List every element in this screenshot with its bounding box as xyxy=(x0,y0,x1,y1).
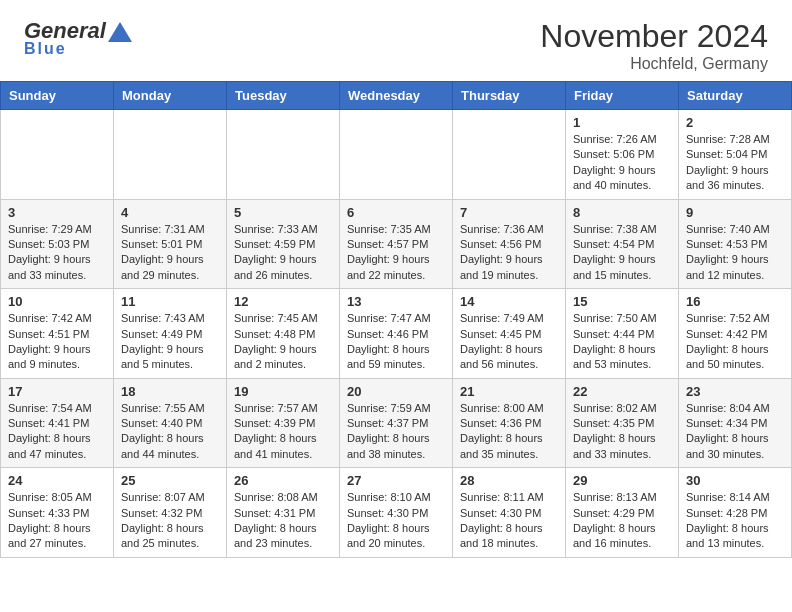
day-detail: Sunrise: 7:57 AM Sunset: 4:39 PM Dayligh… xyxy=(234,402,318,460)
day-detail: Sunrise: 8:13 AM Sunset: 4:29 PM Dayligh… xyxy=(573,491,657,549)
day-detail: Sunrise: 8:05 AM Sunset: 4:33 PM Dayligh… xyxy=(8,491,92,549)
calendar-day-cell xyxy=(453,110,566,200)
day-number: 30 xyxy=(686,473,784,488)
calendar-day-cell: 5Sunrise: 7:33 AM Sunset: 4:59 PM Daylig… xyxy=(227,199,340,289)
weekday-header-row: SundayMondayTuesdayWednesdayThursdayFrid… xyxy=(1,82,792,110)
calendar-week-row: 24Sunrise: 8:05 AM Sunset: 4:33 PM Dayli… xyxy=(1,468,792,558)
day-detail: Sunrise: 7:45 AM Sunset: 4:48 PM Dayligh… xyxy=(234,312,318,370)
day-detail: Sunrise: 8:11 AM Sunset: 4:30 PM Dayligh… xyxy=(460,491,544,549)
calendar-day-cell: 9Sunrise: 7:40 AM Sunset: 4:53 PM Daylig… xyxy=(679,199,792,289)
day-detail: Sunrise: 7:50 AM Sunset: 4:44 PM Dayligh… xyxy=(573,312,657,370)
day-detail: Sunrise: 7:28 AM Sunset: 5:04 PM Dayligh… xyxy=(686,133,770,191)
calendar-day-cell: 3Sunrise: 7:29 AM Sunset: 5:03 PM Daylig… xyxy=(1,199,114,289)
day-number: 22 xyxy=(573,384,671,399)
calendar-day-cell: 6Sunrise: 7:35 AM Sunset: 4:57 PM Daylig… xyxy=(340,199,453,289)
day-number: 8 xyxy=(573,205,671,220)
weekday-header-thursday: Thursday xyxy=(453,82,566,110)
day-number: 1 xyxy=(573,115,671,130)
day-detail: Sunrise: 7:36 AM Sunset: 4:56 PM Dayligh… xyxy=(460,223,544,281)
day-number: 18 xyxy=(121,384,219,399)
calendar-day-cell: 7Sunrise: 7:36 AM Sunset: 4:56 PM Daylig… xyxy=(453,199,566,289)
title-section: November 2024 Hochfeld, Germany xyxy=(540,18,768,73)
day-number: 6 xyxy=(347,205,445,220)
calendar-day-cell: 13Sunrise: 7:47 AM Sunset: 4:46 PM Dayli… xyxy=(340,289,453,379)
calendar-day-cell: 8Sunrise: 7:38 AM Sunset: 4:54 PM Daylig… xyxy=(566,199,679,289)
calendar-day-cell: 23Sunrise: 8:04 AM Sunset: 4:34 PM Dayli… xyxy=(679,378,792,468)
day-detail: Sunrise: 7:52 AM Sunset: 4:42 PM Dayligh… xyxy=(686,312,770,370)
calendar-day-cell: 15Sunrise: 7:50 AM Sunset: 4:44 PM Dayli… xyxy=(566,289,679,379)
logo-triangle-icon xyxy=(108,22,132,42)
day-detail: Sunrise: 7:47 AM Sunset: 4:46 PM Dayligh… xyxy=(347,312,431,370)
calendar-day-cell: 25Sunrise: 8:07 AM Sunset: 4:32 PM Dayli… xyxy=(114,468,227,558)
calendar-day-cell: 1Sunrise: 7:26 AM Sunset: 5:06 PM Daylig… xyxy=(566,110,679,200)
day-detail: Sunrise: 8:02 AM Sunset: 4:35 PM Dayligh… xyxy=(573,402,657,460)
day-number: 13 xyxy=(347,294,445,309)
day-detail: Sunrise: 7:43 AM Sunset: 4:49 PM Dayligh… xyxy=(121,312,205,370)
day-detail: Sunrise: 8:08 AM Sunset: 4:31 PM Dayligh… xyxy=(234,491,318,549)
day-detail: Sunrise: 8:04 AM Sunset: 4:34 PM Dayligh… xyxy=(686,402,770,460)
day-detail: Sunrise: 7:49 AM Sunset: 4:45 PM Dayligh… xyxy=(460,312,544,370)
calendar-week-row: 1Sunrise: 7:26 AM Sunset: 5:06 PM Daylig… xyxy=(1,110,792,200)
calendar-day-cell: 4Sunrise: 7:31 AM Sunset: 5:01 PM Daylig… xyxy=(114,199,227,289)
weekday-header-monday: Monday xyxy=(114,82,227,110)
day-detail: Sunrise: 7:59 AM Sunset: 4:37 PM Dayligh… xyxy=(347,402,431,460)
day-detail: Sunrise: 7:35 AM Sunset: 4:57 PM Dayligh… xyxy=(347,223,431,281)
day-number: 20 xyxy=(347,384,445,399)
calendar-day-cell: 14Sunrise: 7:49 AM Sunset: 4:45 PM Dayli… xyxy=(453,289,566,379)
day-number: 21 xyxy=(460,384,558,399)
calendar-week-row: 17Sunrise: 7:54 AM Sunset: 4:41 PM Dayli… xyxy=(1,378,792,468)
weekday-header-tuesday: Tuesday xyxy=(227,82,340,110)
day-detail: Sunrise: 7:40 AM Sunset: 4:53 PM Dayligh… xyxy=(686,223,770,281)
calendar-day-cell: 28Sunrise: 8:11 AM Sunset: 4:30 PM Dayli… xyxy=(453,468,566,558)
day-number: 5 xyxy=(234,205,332,220)
day-number: 11 xyxy=(121,294,219,309)
day-number: 27 xyxy=(347,473,445,488)
logo-blue-text: Blue xyxy=(24,40,67,58)
day-number: 4 xyxy=(121,205,219,220)
day-number: 19 xyxy=(234,384,332,399)
day-detail: Sunrise: 7:29 AM Sunset: 5:03 PM Dayligh… xyxy=(8,223,92,281)
calendar-day-cell: 2Sunrise: 7:28 AM Sunset: 5:04 PM Daylig… xyxy=(679,110,792,200)
location-label: Hochfeld, Germany xyxy=(540,55,768,73)
calendar-day-cell xyxy=(1,110,114,200)
day-detail: Sunrise: 8:07 AM Sunset: 4:32 PM Dayligh… xyxy=(121,491,205,549)
calendar-day-cell: 26Sunrise: 8:08 AM Sunset: 4:31 PM Dayli… xyxy=(227,468,340,558)
calendar-day-cell: 29Sunrise: 8:13 AM Sunset: 4:29 PM Dayli… xyxy=(566,468,679,558)
calendar-day-cell: 10Sunrise: 7:42 AM Sunset: 4:51 PM Dayli… xyxy=(1,289,114,379)
calendar-day-cell: 17Sunrise: 7:54 AM Sunset: 4:41 PM Dayli… xyxy=(1,378,114,468)
weekday-header-sunday: Sunday xyxy=(1,82,114,110)
day-detail: Sunrise: 7:55 AM Sunset: 4:40 PM Dayligh… xyxy=(121,402,205,460)
day-number: 7 xyxy=(460,205,558,220)
day-detail: Sunrise: 7:42 AM Sunset: 4:51 PM Dayligh… xyxy=(8,312,92,370)
calendar-day-cell: 30Sunrise: 8:14 AM Sunset: 4:28 PM Dayli… xyxy=(679,468,792,558)
calendar-day-cell: 20Sunrise: 7:59 AM Sunset: 4:37 PM Dayli… xyxy=(340,378,453,468)
calendar-day-cell: 16Sunrise: 7:52 AM Sunset: 4:42 PM Dayli… xyxy=(679,289,792,379)
calendar-day-cell: 22Sunrise: 8:02 AM Sunset: 4:35 PM Dayli… xyxy=(566,378,679,468)
day-number: 28 xyxy=(460,473,558,488)
day-number: 14 xyxy=(460,294,558,309)
day-number: 26 xyxy=(234,473,332,488)
calendar-day-cell: 18Sunrise: 7:55 AM Sunset: 4:40 PM Dayli… xyxy=(114,378,227,468)
month-title: November 2024 xyxy=(540,18,768,55)
calendar-day-cell: 21Sunrise: 8:00 AM Sunset: 4:36 PM Dayli… xyxy=(453,378,566,468)
calendar-day-cell: 12Sunrise: 7:45 AM Sunset: 4:48 PM Dayli… xyxy=(227,289,340,379)
day-number: 25 xyxy=(121,473,219,488)
calendar-day-cell: 19Sunrise: 7:57 AM Sunset: 4:39 PM Dayli… xyxy=(227,378,340,468)
day-number: 23 xyxy=(686,384,784,399)
day-detail: Sunrise: 8:10 AM Sunset: 4:30 PM Dayligh… xyxy=(347,491,431,549)
day-number: 24 xyxy=(8,473,106,488)
day-detail: Sunrise: 7:38 AM Sunset: 4:54 PM Dayligh… xyxy=(573,223,657,281)
calendar-day-cell: 27Sunrise: 8:10 AM Sunset: 4:30 PM Dayli… xyxy=(340,468,453,558)
day-detail: Sunrise: 7:26 AM Sunset: 5:06 PM Dayligh… xyxy=(573,133,657,191)
day-detail: Sunrise: 8:00 AM Sunset: 4:36 PM Dayligh… xyxy=(460,402,544,460)
day-number: 3 xyxy=(8,205,106,220)
day-number: 29 xyxy=(573,473,671,488)
logo: General Blue xyxy=(24,18,132,58)
calendar-day-cell: 24Sunrise: 8:05 AM Sunset: 4:33 PM Dayli… xyxy=(1,468,114,558)
day-number: 15 xyxy=(573,294,671,309)
weekday-header-friday: Friday xyxy=(566,82,679,110)
calendar-table: SundayMondayTuesdayWednesdayThursdayFrid… xyxy=(0,81,792,558)
weekday-header-wednesday: Wednesday xyxy=(340,82,453,110)
day-detail: Sunrise: 8:14 AM Sunset: 4:28 PM Dayligh… xyxy=(686,491,770,549)
day-detail: Sunrise: 7:54 AM Sunset: 4:41 PM Dayligh… xyxy=(8,402,92,460)
